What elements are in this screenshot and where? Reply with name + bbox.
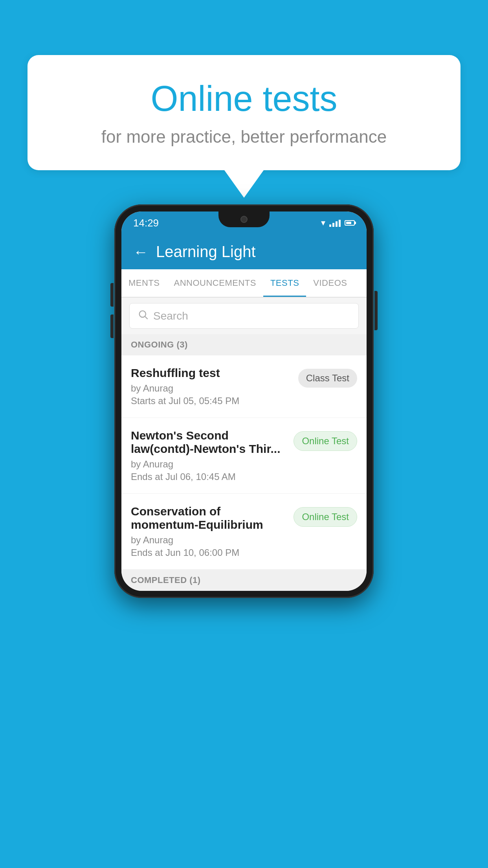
ongoing-section-label: ONGOING (3) (121, 334, 367, 355)
tab-announcements[interactable]: ANNOUNCEMENTS (167, 269, 263, 297)
signal-icon (329, 219, 341, 227)
test-badge: Class Test (298, 369, 357, 388)
tabs-bar: MENTS ANNOUNCEMENTS TESTS VIDEOS (121, 269, 367, 298)
test-info: Reshuffling test by Anurag Starts at Jul… (131, 366, 298, 406)
test-date: Ends at Jun 10, 06:00 PM (131, 547, 288, 558)
test-date: Starts at Jul 05, 05:45 PM (131, 395, 293, 406)
phone-screen: 14:29 ▾ (121, 211, 367, 591)
battery-icon (345, 220, 355, 226)
test-badge: Online Test (294, 507, 357, 527)
volume-up-button (110, 283, 114, 307)
status-bar: 14:29 ▾ (121, 211, 367, 234)
phone-container: 14:29 ▾ (114, 204, 374, 598)
speech-bubble: Online tests for more practice, better p… (28, 55, 460, 170)
phone-notch (218, 211, 270, 227)
test-name: Reshuffling test (131, 366, 293, 380)
svg-point-0 (139, 311, 146, 317)
test-item[interactable]: Conservation of momentum-Equilibrium by … (121, 494, 367, 570)
tab-ments[interactable]: MENTS (121, 269, 167, 297)
test-name: Newton's Second law(contd)-Newton's Thir… (131, 429, 288, 456)
test-date: Ends at Jul 06, 10:45 AM (131, 471, 288, 482)
svg-line-1 (145, 316, 147, 319)
power-button (374, 291, 378, 330)
completed-section-label: COMPLETED (1) (121, 570, 367, 591)
volume-down-button (110, 314, 114, 338)
test-info: Newton's Second law(contd)-Newton's Thir… (131, 429, 294, 482)
search-icon (138, 309, 149, 323)
app-header: ← Learning Light (121, 234, 367, 269)
tab-tests[interactable]: TESTS (263, 269, 306, 297)
test-author: by Anurag (131, 383, 293, 394)
speech-bubble-title: Online tests (59, 79, 429, 119)
test-author: by Anurag (131, 459, 288, 470)
tab-videos[interactable]: VIDEOS (306, 269, 354, 297)
test-name: Conservation of momentum-Equilibrium (131, 505, 288, 531)
search-placeholder: Search (153, 310, 188, 322)
speech-bubble-container: Online tests for more practice, better p… (28, 55, 460, 198)
speech-bubble-arrow (224, 170, 264, 198)
test-badge: Online Test (294, 431, 357, 451)
test-item[interactable]: Newton's Second law(contd)-Newton's Thir… (121, 418, 367, 494)
front-camera (240, 216, 248, 223)
wifi-icon: ▾ (321, 218, 325, 228)
test-info: Conservation of momentum-Equilibrium by … (131, 505, 294, 558)
status-time: 14:29 (133, 217, 159, 229)
app-title: Learning Light (156, 243, 256, 261)
back-button[interactable]: ← (133, 245, 148, 259)
speech-bubble-subtitle: for more practice, better performance (59, 127, 429, 147)
search-container: Search (121, 298, 367, 334)
test-author: by Anurag (131, 535, 288, 546)
search-box[interactable]: Search (129, 303, 359, 329)
phone-frame: 14:29 ▾ (114, 204, 374, 598)
status-icons: ▾ (321, 218, 355, 228)
test-item[interactable]: Reshuffling test by Anurag Starts at Jul… (121, 355, 367, 418)
